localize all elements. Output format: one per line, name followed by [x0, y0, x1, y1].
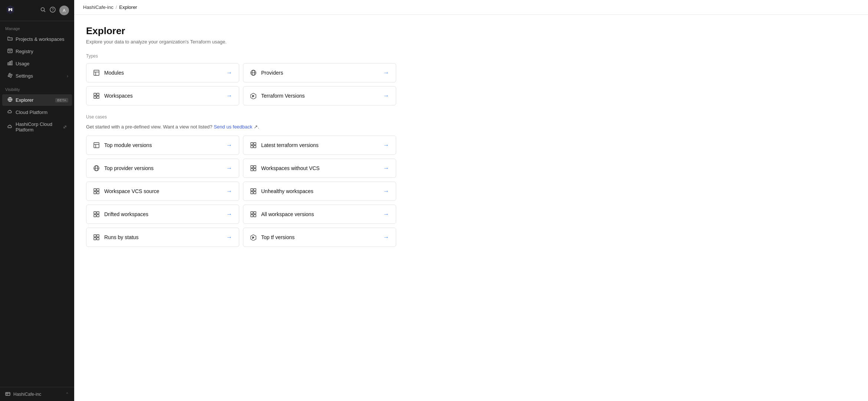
hashicorp-icon	[7, 124, 13, 130]
arrow-right-icon: →	[226, 234, 232, 241]
sidebar-item-explorer[interactable]: Explorer BETA	[2, 94, 72, 106]
sidebar-item-projects[interactable]: Projects & workspaces	[2, 33, 72, 45]
svg-rect-37	[254, 143, 256, 145]
svg-rect-52	[254, 189, 256, 191]
grid-icon	[93, 234, 100, 241]
svg-rect-30	[94, 96, 96, 98]
sidebar: ? A Manage Projects & workspaces Registr…	[0, 0, 74, 401]
feedback-link[interactable]: Send us feedback	[214, 124, 252, 130]
svg-rect-45	[251, 169, 253, 171]
card-drifted-workspaces[interactable]: Drifted workspaces →	[86, 205, 239, 224]
types-section-label: Types	[86, 53, 396, 59]
arrow-right-icon: →	[226, 142, 232, 149]
sidebar-item-hashicorp-cloud[interactable]: HashiCorp Cloud Platform	[2, 119, 72, 135]
svg-point-13	[9, 99, 11, 100]
sidebar-item-label: Cloud Platform	[16, 110, 47, 115]
sidebar-item-label: Projects & workspaces	[16, 36, 65, 42]
sidebar-item-label: Settings	[16, 73, 33, 79]
svg-line-18	[64, 126, 66, 128]
svg-rect-51	[251, 189, 253, 191]
svg-rect-58	[97, 215, 99, 217]
svg-text:?: ?	[52, 8, 54, 12]
terraform-icon	[250, 92, 257, 99]
sidebar-header-icons: ? A	[40, 6, 69, 15]
terraform-icon	[250, 234, 257, 241]
svg-rect-43	[251, 166, 253, 168]
grid-icon	[250, 211, 257, 218]
svg-rect-49	[94, 192, 96, 194]
sidebar-item-label: Explorer	[16, 97, 33, 103]
arrow-right-icon: →	[383, 142, 389, 149]
sidebar-item-label: HashiCorp Cloud Platform	[16, 121, 59, 133]
card-latest-terraform-versions[interactable]: Latest terraform versions →	[243, 136, 396, 155]
card-providers[interactable]: Providers →	[243, 63, 396, 82]
org-icon	[5, 391, 10, 397]
svg-rect-63	[94, 235, 96, 237]
svg-rect-38	[251, 146, 253, 148]
arrow-right-icon: →	[226, 211, 232, 218]
sidebar-item-usage[interactable]: Usage	[2, 58, 72, 69]
card-label: Workspace VCS source	[104, 188, 159, 194]
svg-rect-55	[94, 212, 96, 214]
card-label: Workspaces without VCS	[261, 165, 320, 171]
card-all-workspace-versions[interactable]: All workspace versions →	[243, 205, 396, 224]
manage-label: Manage	[0, 21, 74, 33]
arrow-right-icon: →	[226, 69, 232, 76]
card-terraform-versions[interactable]: Terraform Versions →	[243, 86, 396, 105]
card-top-module-versions[interactable]: Top module versions →	[86, 136, 239, 155]
sidebar-item-cloud-platform[interactable]: Cloud Platform	[2, 107, 72, 118]
arrow-right-icon: →	[383, 69, 389, 76]
page-content: Explorer Explore your data to analyze yo…	[74, 15, 408, 266]
breadcrumb: HashiCafe-inc / Explorer	[74, 0, 868, 15]
card-runs-by-status[interactable]: Runs by status →	[86, 228, 239, 247]
svg-rect-61	[251, 215, 253, 217]
arrow-right-icon: →	[383, 92, 389, 99]
sidebar-footer[interactable]: HashiCafe-inc ⌃	[0, 387, 74, 401]
card-workspaces[interactable]: Workspaces →	[86, 86, 239, 105]
card-top-provider-versions[interactable]: Top provider versions →	[86, 159, 239, 178]
org-name: HashiCafe-inc	[13, 392, 41, 397]
card-label: Providers	[261, 70, 283, 76]
grid-icon	[250, 165, 257, 172]
search-icon[interactable]	[40, 7, 46, 14]
svg-rect-36	[251, 143, 253, 145]
svg-rect-46	[254, 169, 256, 171]
sidebar-item-settings[interactable]: Settings ›	[2, 70, 72, 82]
arrow-right-icon: →	[226, 92, 232, 99]
page-title: Explorer	[86, 25, 396, 37]
arrow-right-icon: →	[383, 211, 389, 218]
card-label: Terraform Versions	[261, 93, 305, 99]
svg-point-11	[9, 75, 11, 76]
svg-rect-19	[6, 392, 10, 395]
logo-icon[interactable]	[5, 4, 16, 16]
svg-rect-39	[254, 146, 256, 148]
sidebar-item-registry[interactable]: Registry	[2, 46, 72, 57]
card-workspaces-without-vcs[interactable]: Workspaces without VCS →	[243, 159, 396, 178]
card-top-tf-versions[interactable]: Top tf versions →	[243, 228, 396, 247]
grid-icon	[93, 188, 100, 195]
sidebar-header: ? A	[0, 0, 74, 21]
sidebar-item-label: Registry	[16, 49, 33, 54]
avatar[interactable]: A	[59, 6, 69, 15]
arrow-right-icon: →	[226, 188, 232, 195]
arrow-right-icon: →	[383, 234, 389, 241]
bar-chart-icon	[7, 61, 13, 67]
visibility-label: Visibility	[0, 82, 74, 94]
help-icon[interactable]: ?	[50, 7, 56, 14]
card-label: Unhealthy workspaces	[261, 188, 313, 194]
svg-rect-59	[251, 212, 253, 214]
svg-rect-22	[94, 70, 99, 75]
svg-rect-31	[97, 96, 99, 98]
footer-chevron-icon: ⌃	[65, 392, 69, 397]
svg-rect-54	[254, 192, 256, 194]
card-label: Workspaces	[104, 93, 133, 99]
svg-rect-5	[8, 49, 12, 53]
page-subtitle: Explore your data to analyze your organi…	[86, 39, 396, 45]
card-modules[interactable]: Modules →	[86, 63, 239, 82]
svg-rect-56	[97, 212, 99, 214]
breadcrumb-org[interactable]: HashiCafe-inc	[83, 4, 114, 10]
box-icon	[93, 142, 100, 149]
svg-rect-29	[97, 93, 99, 95]
card-unhealthy-workspaces[interactable]: Unhealthy workspaces →	[243, 182, 396, 201]
card-workspace-vcs-source[interactable]: Workspace VCS source →	[86, 182, 239, 201]
